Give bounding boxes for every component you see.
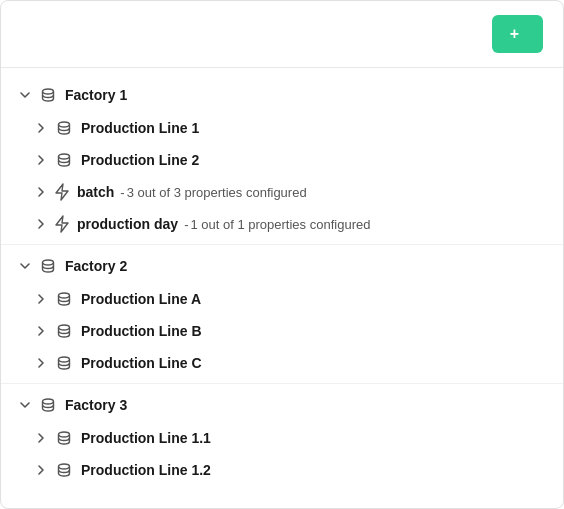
factory-name: Factory 1 [65, 87, 127, 103]
factory-children-factory3: Production Line 1.1 Production Line 1.2 [1, 422, 563, 486]
page: + Factory 1 Production Line 1 P [0, 0, 564, 509]
svg-point-1 [59, 122, 70, 127]
child-name: batch [77, 184, 114, 200]
child-row-pl12[interactable]: Production Line 1.2 [1, 454, 563, 486]
svg-point-9 [59, 464, 70, 469]
asset-icon [55, 429, 73, 447]
chevron-right-icon [33, 323, 49, 339]
prop-info: -3 out of 3 properties configured [118, 185, 306, 200]
svg-point-4 [59, 293, 70, 298]
chevron-down-icon [17, 258, 33, 274]
plus-icon: + [510, 25, 519, 43]
child-name: Production Line 2 [81, 152, 199, 168]
asset-tree: Factory 1 Production Line 1 Production L… [1, 68, 563, 496]
factory-icon [39, 257, 57, 275]
asset-icon [55, 461, 73, 479]
child-name: Production Line 1 [81, 120, 199, 136]
factory-children-factory1: Production Line 1 Production Line 2 batc… [1, 112, 563, 240]
child-name: production day [77, 216, 178, 232]
bolt-icon [55, 183, 69, 201]
asset-icon [55, 322, 73, 340]
create-asset-button[interactable]: + [492, 15, 543, 53]
chevron-right-icon [33, 430, 49, 446]
chevron-right-icon [33, 184, 49, 200]
chevron-down-icon [17, 87, 33, 103]
factory-divider [1, 383, 563, 384]
factory-name: Factory 2 [65, 258, 127, 274]
child-name: Production Line C [81, 355, 202, 371]
svg-point-8 [59, 432, 70, 437]
child-name: Production Line 1.1 [81, 430, 211, 446]
prop-info: -1 out of 1 properties configured [182, 217, 370, 232]
child-name: Production Line B [81, 323, 202, 339]
chevron-down-icon [17, 397, 33, 413]
svg-point-6 [59, 357, 70, 362]
factory-divider [1, 244, 563, 245]
header: + [1, 1, 563, 68]
svg-point-0 [43, 89, 54, 94]
child-row-pl1[interactable]: Production Line 1 [1, 112, 563, 144]
child-name: Production Line 1.2 [81, 462, 211, 478]
child-row-pl11[interactable]: Production Line 1.1 [1, 422, 563, 454]
bolt-icon [55, 215, 69, 233]
asset-icon [55, 290, 73, 308]
factory-row-factory1[interactable]: Factory 1 [1, 78, 563, 112]
child-row-batch[interactable]: batch -3 out of 3 properties configured [1, 176, 563, 208]
chevron-right-icon [33, 355, 49, 371]
chevron-right-icon [33, 291, 49, 307]
child-name: Production Line A [81, 291, 201, 307]
asset-icon [55, 354, 73, 372]
svg-point-5 [59, 325, 70, 330]
svg-point-7 [43, 399, 54, 404]
factory-children-factory2: Production Line A Production Line B Prod… [1, 283, 563, 379]
child-row-plc[interactable]: Production Line C [1, 347, 563, 379]
child-row-prodday[interactable]: production day -1 out of 1 properties co… [1, 208, 563, 240]
svg-point-3 [43, 260, 54, 265]
chevron-right-icon [33, 216, 49, 232]
factory-icon [39, 86, 57, 104]
chevron-right-icon [33, 462, 49, 478]
asset-icon [55, 119, 73, 137]
factory-icon [39, 396, 57, 414]
asset-icon [55, 151, 73, 169]
factory-row-factory3[interactable]: Factory 3 [1, 388, 563, 422]
child-row-pla[interactable]: Production Line A [1, 283, 563, 315]
chevron-right-icon [33, 120, 49, 136]
child-row-pl2[interactable]: Production Line 2 [1, 144, 563, 176]
chevron-right-icon [33, 152, 49, 168]
factory-row-factory2[interactable]: Factory 2 [1, 249, 563, 283]
svg-point-2 [59, 154, 70, 159]
factory-name: Factory 3 [65, 397, 127, 413]
child-row-plb[interactable]: Production Line B [1, 315, 563, 347]
